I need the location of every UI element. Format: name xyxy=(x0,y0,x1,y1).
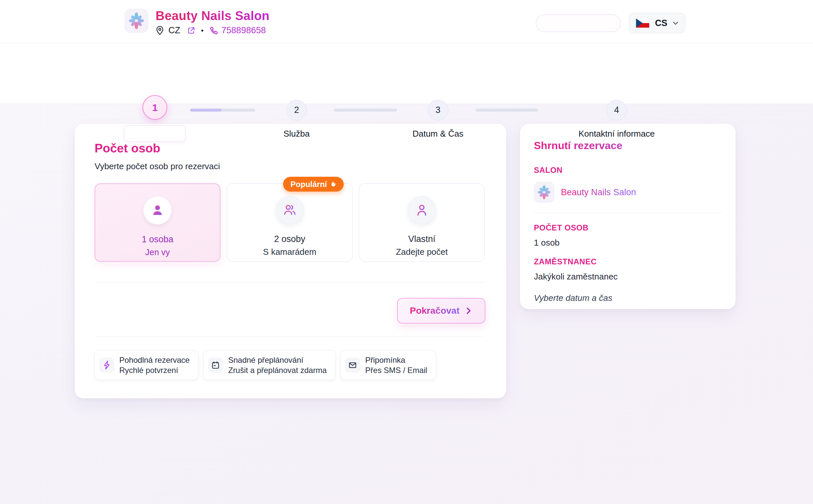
step-connector-3 xyxy=(475,109,538,112)
step-1-label: Počet osob xyxy=(124,125,185,142)
page-title: Počet osob xyxy=(95,142,485,155)
step-3-label: Datum & Čas xyxy=(413,129,464,139)
party-size-options: 1 osoba Jen vy Populární xyxy=(95,183,485,262)
step-1-number: 1 xyxy=(152,102,158,113)
step-2-number: 2 xyxy=(294,105,299,115)
option-icon-circle xyxy=(408,196,436,224)
option-icon-circle xyxy=(276,196,304,224)
option-custom[interactable]: Vlastní Zadejte počet xyxy=(359,183,485,262)
date-time-hint: Vyberte datum a čas xyxy=(534,293,722,303)
online-reservation-badge: Online rezervace xyxy=(536,14,621,32)
option-1-person[interactable]: 1 osoba Jen vy xyxy=(95,183,221,262)
location-pin-icon xyxy=(155,26,164,36)
salon-logo-small xyxy=(534,182,554,202)
chevron-down-icon xyxy=(672,19,679,27)
header: Beauty Nails Salon CZ • 758898658 xyxy=(0,0,813,44)
flower-icon xyxy=(537,185,551,199)
feature-easy-booking: Pohodlná rezervace Rychlé potvrzení xyxy=(95,350,198,380)
count-value: 1 osob xyxy=(534,238,722,248)
step-connector-1 xyxy=(190,109,255,112)
option-icon-circle xyxy=(143,196,172,225)
salon-name-link[interactable]: Beauty Nails Salon xyxy=(561,187,636,198)
step-3-number: 3 xyxy=(435,105,440,115)
option-subtitle: Jen vy xyxy=(145,247,170,257)
option-2-people[interactable]: Populární 2 osoby S kamarádem xyxy=(227,183,353,262)
employee-label: ZAMĚSTNANEC xyxy=(534,257,722,266)
continue-label: Pokračovat xyxy=(410,305,460,316)
party-size-card: Počet osob Vyberte počet osob pro rezerv… xyxy=(75,124,506,398)
popular-badge-label: Populární xyxy=(290,180,327,189)
flame-icon xyxy=(330,180,337,188)
summary-title: Shrnutí rezervace xyxy=(534,140,722,152)
step-connector-2 xyxy=(334,109,397,112)
divider xyxy=(95,282,485,283)
option-subtitle: S kamarádem xyxy=(263,247,316,257)
feature-title: Připomínka xyxy=(365,355,427,365)
phone-icon xyxy=(209,26,219,35)
salon-title: Beauty Nails Salon xyxy=(155,9,270,23)
language-selector[interactable]: CS xyxy=(629,13,686,33)
country-code: CZ xyxy=(168,25,180,36)
divider xyxy=(95,336,485,336)
step-2-label: Služba xyxy=(284,129,310,139)
feature-chips: Pohodlná rezervace Rychlé potvrzení Snad… xyxy=(95,350,485,380)
step-4-circle: 4 xyxy=(606,100,627,120)
step-1-circle[interactable]: 1 xyxy=(143,95,167,120)
step-4-label: Kontaktní informace xyxy=(578,129,655,139)
page-subtitle: Vyberte počet osob pro rezervaci xyxy=(95,161,485,172)
step-3-circle: 3 xyxy=(428,100,448,120)
external-link-icon[interactable] xyxy=(187,26,195,35)
feature-subtitle: Zrušit a přeplánovat zdarma xyxy=(228,365,327,375)
employee-value: Jakýkoli zaměstnanec xyxy=(534,272,722,282)
czech-flag-icon xyxy=(635,17,650,29)
salon-label: SALON xyxy=(534,166,722,175)
feature-title: Pohodlná rezervace xyxy=(119,355,189,365)
divider xyxy=(534,212,722,213)
option-subtitle: Zadejte počet xyxy=(396,247,448,257)
person-filled-icon xyxy=(150,203,164,217)
feature-reschedule: Snadné přeplánování Zrušit a přeplánovat… xyxy=(203,350,336,380)
people-icon xyxy=(283,203,297,217)
phone-link[interactable]: 758898658 xyxy=(209,25,266,36)
brand-text: Beauty Nails Salon CZ • 758898658 xyxy=(155,9,270,36)
meta-separator: • xyxy=(201,26,204,35)
feature-title: Snadné přeplánování xyxy=(228,355,327,365)
flower-icon xyxy=(128,12,145,29)
step-2-circle: 2 xyxy=(286,100,307,120)
lightning-icon xyxy=(99,358,114,373)
count-label: POČET OSOB xyxy=(534,223,722,232)
brand: Beauty Nails Salon CZ • 758898658 xyxy=(124,9,270,36)
feature-reminder: Připomínka Přes SMS / Email xyxy=(340,350,436,380)
continue-button[interactable]: Pokračovat xyxy=(397,298,485,324)
phone-number: 758898658 xyxy=(222,25,266,36)
step-indicator: 1 2 3 4 Počet osob Služba Datum & Čas Ko… xyxy=(0,44,813,104)
envelope-icon xyxy=(345,358,360,373)
option-title: Vlastní xyxy=(408,234,436,244)
booking-summary-card: Shrnutí rezervace SALON Beauty Nails Sal… xyxy=(520,124,736,309)
calendar-icon xyxy=(208,358,223,373)
language-code: CS xyxy=(655,18,667,28)
popular-badge: Populární xyxy=(283,177,344,192)
feature-subtitle: Rychlé potvrzení xyxy=(119,365,189,375)
option-title: 1 osoba xyxy=(142,234,173,245)
option-title: 2 osoby xyxy=(274,234,306,244)
step-4-number: 4 xyxy=(614,105,619,115)
chevron-right-icon xyxy=(465,307,473,315)
feature-subtitle: Přes SMS / Email xyxy=(365,365,427,375)
salon-logo xyxy=(124,9,148,33)
person-outline-icon xyxy=(415,203,429,217)
